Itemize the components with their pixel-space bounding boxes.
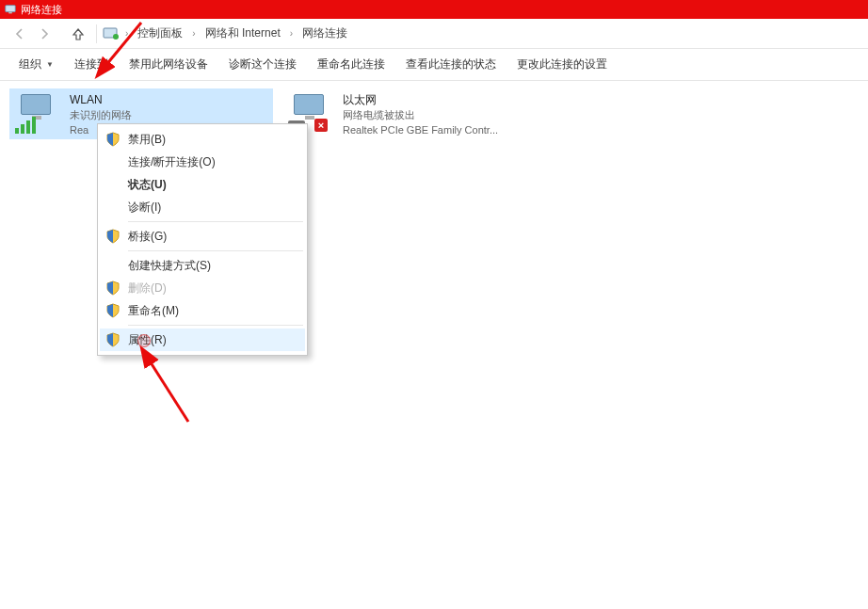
ctx-status[interactable]: 状态(U) (100, 173, 305, 196)
separator (128, 250, 303, 251)
ctx-properties[interactable]: 属性(R) (100, 329, 305, 351)
ctx-bridge[interactable]: 桥接(G) (100, 225, 305, 248)
ctx-label: 删除(D) (128, 280, 167, 296)
context-menu: 禁用(B) 连接/断开连接(O) 状态(U) 诊断(I) 桥接(G) 创建快捷方… (97, 123, 308, 356)
chevron-right-icon: › (125, 28, 128, 39)
disable-device-button[interactable]: 禁用此网络设备 (120, 52, 217, 77)
ctx-label: 连接/断开连接(O) (128, 154, 216, 170)
up-button[interactable] (66, 22, 90, 46)
chevron-right-icon: › (290, 28, 293, 39)
adapter-device: Realtek PCIe GBE Family Contr... (343, 122, 498, 137)
shield-icon (105, 332, 121, 347)
shield-icon (105, 303, 121, 318)
svg-point-3 (113, 34, 119, 40)
change-settings-button[interactable]: 更改此连接的设置 (507, 52, 617, 77)
ctx-delete: 删除(D) (100, 277, 305, 299)
breadcrumb[interactable]: › 控制面板 › 网络和 Internet › 网络连接 (103, 23, 351, 44)
navigation-bar: › 控制面板 › 网络和 Internet › 网络连接 (0, 19, 868, 49)
connect-to-label: 连接到 (74, 56, 108, 72)
command-bar: 组织▼ 连接到 禁用此网络设备 诊断这个连接 重命名此连接 查看此连接的状态 更… (0, 49, 868, 81)
window-icon (4, 3, 17, 16)
adapter-labels: 以太网 网络电缆被拔出 Realtek PCIe GBE Family Cont… (343, 92, 498, 137)
control-panel-icon (103, 27, 120, 40)
organize-button[interactable]: 组织▼ (9, 52, 63, 77)
forward-button[interactable] (32, 22, 56, 46)
svg-rect-0 (6, 6, 16, 12)
diagnose-label: 诊断这个连接 (229, 56, 297, 72)
change-settings-label: 更改此连接的设置 (517, 56, 607, 72)
ctx-connect-disconnect[interactable]: 连接/断开连接(O) (100, 151, 305, 173)
breadcrumb-control-panel[interactable]: 控制面板 (134, 23, 186, 44)
adapter-status: 未识别的网络 (70, 107, 132, 122)
ctx-shortcut[interactable]: 创建快捷方式(S) (100, 254, 305, 277)
organize-label: 组织 (19, 56, 41, 72)
adapter-ethernet[interactable]: × 以太网 网络电缆被拔出 Realtek PCIe GBE Family Co… (282, 88, 546, 139)
wlan-icon (15, 92, 60, 134)
view-status-label: 查看此连接的状态 (406, 56, 496, 72)
view-status-button[interactable]: 查看此连接的状态 (396, 52, 506, 77)
shield-icon (105, 280, 121, 296)
ctx-label: 禁用(B) (128, 132, 166, 148)
chevron-right-icon: › (192, 28, 195, 39)
separator (128, 221, 303, 222)
adapter-name: WLAN (70, 92, 132, 107)
ctx-diagnose[interactable]: 诊断(I) (100, 196, 305, 218)
ctx-label: 诊断(I) (128, 200, 161, 216)
connect-to-button[interactable]: 连接到 (65, 52, 118, 77)
disable-device-label: 禁用此网络设备 (129, 56, 208, 72)
adapter-name: 以太网 (343, 92, 498, 107)
back-button[interactable] (8, 22, 32, 46)
diagnose-button[interactable]: 诊断这个连接 (219, 52, 306, 77)
ctx-label: 状态(U) (128, 177, 167, 193)
separator (128, 325, 303, 326)
svg-line-5 (149, 360, 188, 422)
breadcrumb-network-connections[interactable]: 网络连接 (298, 23, 351, 44)
cursor-indicator (137, 334, 151, 347)
separator (96, 24, 97, 43)
disconnected-icon: × (314, 119, 328, 132)
shield-icon (105, 229, 121, 244)
window-title: 网络连接 (21, 3, 62, 17)
adapter-status: 网络电缆被拔出 (343, 107, 498, 122)
ctx-label: 创建快捷方式(S) (128, 258, 211, 274)
ctx-label: 重命名(M) (128, 303, 179, 319)
breadcrumb-network-internet[interactable]: 网络和 Internet (201, 23, 284, 44)
ctx-label: 桥接(G) (128, 229, 167, 245)
svg-rect-1 (8, 12, 12, 14)
title-bar: 网络连接 (0, 0, 868, 19)
rename-connection-label: 重命名此连接 (317, 56, 385, 72)
dropdown-icon: ▼ (46, 60, 54, 69)
shield-icon (105, 132, 121, 147)
ctx-rename[interactable]: 重命名(M) (100, 299, 305, 322)
rename-connection-button[interactable]: 重命名此连接 (308, 52, 394, 77)
ctx-disable[interactable]: 禁用(B) (100, 128, 305, 151)
